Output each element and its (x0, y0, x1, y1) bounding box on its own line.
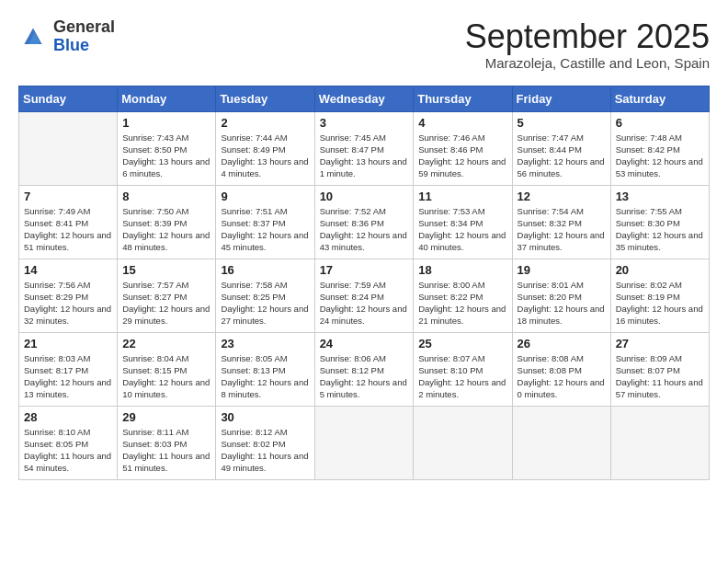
day-info: Sunrise: 7:43 AMSunset: 8:50 PMDaylight:… (122, 132, 210, 180)
day-info: Sunrise: 7:51 AMSunset: 8:37 PMDaylight:… (221, 205, 309, 254)
calendar-week-1: 1Sunrise: 7:43 AMSunset: 8:50 PMDaylight… (19, 111, 710, 185)
day-number: 27 (616, 337, 704, 350)
calendar-cell: 13Sunrise: 7:55 AMSunset: 8:30 PMDayligh… (610, 185, 709, 259)
calendar-week-3: 14Sunrise: 7:56 AMSunset: 8:29 PMDayligh… (19, 259, 710, 332)
page-header: General Blue September 2025 Marazoleja, … (18, 18, 710, 71)
logo-text: General Blue (53, 18, 115, 55)
day-number: 14 (24, 263, 112, 277)
calendar-cell (19, 111, 118, 185)
day-info: Sunrise: 7:49 AMSunset: 8:41 PMDaylight:… (24, 205, 112, 254)
day-info: Sunrise: 7:50 AMSunset: 8:39 PMDaylight:… (122, 205, 210, 254)
day-number: 22 (122, 337, 210, 350)
day-number: 24 (320, 337, 409, 350)
day-number: 17 (320, 263, 409, 277)
day-number: 2 (221, 116, 309, 130)
calendar-cell (610, 406, 709, 479)
day-number: 13 (616, 190, 704, 203)
day-number: 3 (320, 116, 409, 130)
day-number: 12 (518, 190, 606, 203)
day-info: Sunrise: 8:02 AMSunset: 8:19 PMDaylight:… (616, 279, 704, 327)
calendar-header-saturday: Saturday (610, 86, 709, 111)
day-number: 20 (616, 263, 704, 277)
calendar-cell: 30Sunrise: 8:12 AMSunset: 8:02 PMDayligh… (216, 406, 314, 479)
day-number: 21 (24, 337, 112, 350)
calendar-cell: 28Sunrise: 8:10 AMSunset: 8:05 PMDayligh… (19, 406, 118, 479)
calendar-cell: 9Sunrise: 7:51 AMSunset: 8:37 PMDaylight… (216, 185, 314, 259)
day-number: 9 (221, 190, 309, 203)
calendar-cell: 14Sunrise: 7:56 AMSunset: 8:29 PMDayligh… (19, 259, 118, 332)
day-number: 15 (122, 263, 210, 277)
day-number: 10 (320, 190, 409, 203)
day-info: Sunrise: 7:54 AMSunset: 8:32 PMDaylight:… (518, 205, 606, 254)
calendar-header-row: SundayMondayTuesdayWednesdayThursdayFrid… (19, 86, 710, 111)
calendar-header-monday: Monday (118, 86, 216, 111)
calendar-cell: 23Sunrise: 8:05 AMSunset: 8:13 PMDayligh… (216, 332, 314, 406)
calendar-header-tuesday: Tuesday (216, 86, 314, 111)
logo-blue-text: Blue (53, 37, 115, 55)
day-info: Sunrise: 7:46 AMSunset: 8:46 PMDaylight:… (418, 132, 506, 180)
calendar-cell: 24Sunrise: 8:06 AMSunset: 8:12 PMDayligh… (314, 332, 414, 406)
calendar-week-5: 28Sunrise: 8:10 AMSunset: 8:05 PMDayligh… (19, 406, 710, 479)
calendar-cell: 4Sunrise: 7:46 AMSunset: 8:46 PMDaylight… (414, 111, 512, 185)
calendar-header-thursday: Thursday (414, 86, 512, 111)
calendar-cell: 8Sunrise: 7:50 AMSunset: 8:39 PMDaylight… (118, 185, 216, 259)
calendar-cell (512, 406, 610, 479)
day-info: Sunrise: 7:52 AMSunset: 8:36 PMDaylight:… (320, 205, 409, 254)
calendar-cell: 21Sunrise: 8:03 AMSunset: 8:17 PMDayligh… (19, 332, 118, 406)
calendar-cell: 5Sunrise: 7:47 AMSunset: 8:44 PMDaylight… (512, 111, 610, 185)
logo-icon (18, 22, 48, 52)
day-info: Sunrise: 8:10 AMSunset: 8:05 PMDaylight:… (24, 426, 112, 475)
day-number: 28 (24, 410, 112, 424)
calendar-week-2: 7Sunrise: 7:49 AMSunset: 8:41 PMDaylight… (19, 185, 710, 259)
day-number: 25 (418, 337, 506, 350)
calendar-cell: 22Sunrise: 8:04 AMSunset: 8:15 PMDayligh… (118, 332, 216, 406)
title-block: September 2025 Marazoleja, Castille and … (465, 18, 710, 71)
calendar-cell: 15Sunrise: 7:57 AMSunset: 8:27 PMDayligh… (118, 259, 216, 332)
day-info: Sunrise: 8:12 AMSunset: 8:02 PMDaylight:… (221, 426, 309, 475)
day-number: 1 (122, 116, 210, 130)
calendar-cell: 20Sunrise: 8:02 AMSunset: 8:19 PMDayligh… (610, 259, 709, 332)
day-info: Sunrise: 7:59 AMSunset: 8:24 PMDaylight:… (320, 279, 409, 327)
calendar-cell: 27Sunrise: 8:09 AMSunset: 8:07 PMDayligh… (610, 332, 709, 406)
day-number: 4 (418, 116, 506, 130)
calendar-cell: 26Sunrise: 8:08 AMSunset: 8:08 PMDayligh… (512, 332, 610, 406)
calendar-header-wednesday: Wednesday (314, 86, 414, 111)
calendar-cell: 1Sunrise: 7:43 AMSunset: 8:50 PMDaylight… (118, 111, 216, 185)
calendar-cell (314, 406, 414, 479)
calendar-cell: 17Sunrise: 7:59 AMSunset: 8:24 PMDayligh… (314, 259, 414, 332)
day-info: Sunrise: 8:07 AMSunset: 8:10 PMDaylight:… (418, 352, 506, 401)
day-number: 23 (221, 337, 309, 350)
calendar-cell: 10Sunrise: 7:52 AMSunset: 8:36 PMDayligh… (314, 185, 414, 259)
day-number: 19 (518, 263, 606, 277)
day-info: Sunrise: 7:53 AMSunset: 8:34 PMDaylight:… (418, 205, 506, 254)
day-info: Sunrise: 8:09 AMSunset: 8:07 PMDaylight:… (616, 352, 704, 401)
calendar-cell: 12Sunrise: 7:54 AMSunset: 8:32 PMDayligh… (512, 185, 610, 259)
day-info: Sunrise: 7:58 AMSunset: 8:25 PMDaylight:… (221, 279, 309, 327)
day-info: Sunrise: 8:08 AMSunset: 8:08 PMDaylight:… (518, 352, 606, 401)
day-number: 29 (122, 410, 210, 424)
day-info: Sunrise: 7:55 AMSunset: 8:30 PMDaylight:… (616, 205, 704, 254)
logo-general: General (53, 18, 115, 37)
day-number: 6 (616, 116, 704, 130)
day-number: 7 (24, 190, 112, 203)
day-number: 18 (418, 263, 506, 277)
day-info: Sunrise: 8:03 AMSunset: 8:17 PMDaylight:… (24, 352, 112, 401)
day-number: 8 (122, 190, 210, 203)
day-info: Sunrise: 7:56 AMSunset: 8:29 PMDaylight:… (24, 279, 112, 327)
month-title: September 2025 (465, 18, 710, 55)
day-info: Sunrise: 7:57 AMSunset: 8:27 PMDaylight:… (122, 279, 210, 327)
day-info: Sunrise: 8:01 AMSunset: 8:20 PMDaylight:… (518, 279, 606, 327)
day-number: 26 (518, 337, 606, 350)
day-number: 30 (221, 410, 309, 424)
calendar-table: SundayMondayTuesdayWednesdayThursdayFrid… (18, 86, 710, 480)
calendar-cell: 19Sunrise: 8:01 AMSunset: 8:20 PMDayligh… (512, 259, 610, 332)
day-number: 11 (418, 190, 506, 203)
day-info: Sunrise: 7:47 AMSunset: 8:44 PMDaylight:… (518, 132, 606, 180)
calendar-cell: 7Sunrise: 7:49 AMSunset: 8:41 PMDaylight… (19, 185, 118, 259)
day-info: Sunrise: 8:04 AMSunset: 8:15 PMDaylight:… (122, 352, 210, 401)
day-info: Sunrise: 8:05 AMSunset: 8:13 PMDaylight:… (221, 352, 309, 401)
calendar-cell: 29Sunrise: 8:11 AMSunset: 8:03 PMDayligh… (118, 406, 216, 479)
calendar-header-friday: Friday (512, 86, 610, 111)
calendar-header-sunday: Sunday (19, 86, 118, 111)
day-info: Sunrise: 7:44 AMSunset: 8:49 PMDaylight:… (221, 132, 309, 180)
